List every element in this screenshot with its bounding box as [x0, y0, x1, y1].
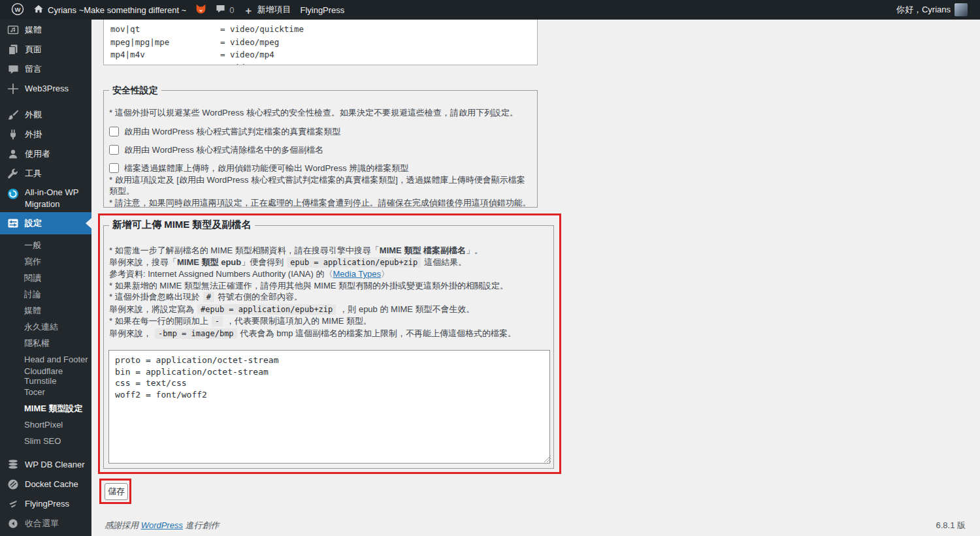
submenu-item-shortpixel[interactable]: ShortPixel: [0, 417, 91, 433]
mime-types-textarea[interactable]: proto = application/octet-stream bin = a…: [108, 350, 550, 464]
new-item-menu[interactable]: ＋ 新增項目: [238, 0, 295, 20]
sidebar-item-label: 留言: [25, 63, 42, 75]
sidebar-item-web3press[interactable]: Web3Press: [0, 79, 91, 99]
sidebar-item-tools[interactable]: 工具: [0, 164, 91, 183]
sidebar-item-flyingpress[interactable]: FlyingPress: [0, 494, 91, 514]
pages-icon: [7, 44, 19, 55]
sidebar-item-label: 媒體: [25, 24, 42, 36]
fox-plugin-menu[interactable]: [191, 0, 211, 20]
footer-version: 6.8.1 版: [936, 520, 966, 531]
sidebar-item-label: All-in-One WP Migration: [25, 187, 88, 210]
collapse-arrow-icon: [7, 518, 19, 529]
code-chip: -: [212, 316, 223, 326]
sidebar-item-label: WP DB Cleaner: [25, 459, 85, 471]
submenu-item-reading[interactable]: 閱讀: [0, 270, 91, 286]
checkbox-label: 檔案透過媒體庫上傳時，啟用偵錯功能便可輸出 WordPress 辨識的檔案類型: [124, 163, 408, 174]
sidebar-item-media[interactable]: 媒體: [0, 20, 91, 40]
existing-mime-list[interactable]: mov|qt= video/quicktime mpeg|mpg|mpe= vi…: [103, 20, 538, 65]
submenu-item-privacy[interactable]: 隱私權: [0, 335, 91, 351]
submenu-item-discussion[interactable]: 討論: [0, 286, 91, 302]
site-name-link[interactable]: Cyrians ~Make something different ~: [29, 0, 191, 20]
security-settings-fieldset: 安全性設定 * 這個外掛可以規避某些 WordPress 核心程式的安全性檢查。…: [103, 90, 538, 208]
admin-sidebar: 媒體 頁面 留言 Web3Press: [0, 20, 91, 536]
flyingpress-adminbar-label: FlyingPress: [300, 5, 344, 15]
sidebar-item-label: FlyingPress: [25, 498, 69, 510]
collapse-menu-button[interactable]: 收合選單: [0, 514, 91, 533]
comments-icon: [7, 63, 19, 75]
sidebar-item-label: Web3Press: [25, 83, 69, 95]
add-mime-help: * 如需進一步了解副檔名的 MIME 類型相關資料，請在搜尋引擎中搜尋「MIME…: [104, 226, 553, 339]
settings-sliders-icon: [7, 217, 19, 229]
media-types-link[interactable]: Media Types: [333, 269, 380, 279]
code-chip: #: [203, 292, 214, 302]
sidebar-item-settings[interactable]: 設定: [0, 212, 91, 234]
sidebar-item-wp-db-cleaner[interactable]: WP DB Cleaner: [0, 455, 91, 475]
plugin-icon: [7, 129, 19, 140]
sidebar-item-users[interactable]: 使用者: [0, 144, 91, 164]
submenu-item-tocer[interactable]: Tocer: [0, 384, 91, 400]
comment-bubble-icon: [216, 4, 225, 16]
database-icon: [7, 459, 19, 471]
sidebar-item-docket-cache[interactable]: Docket Cache: [0, 475, 91, 494]
user-avatar: [955, 3, 968, 16]
submenu-item-writing[interactable]: 寫作: [0, 253, 91, 270]
comments-menu[interactable]: 0: [211, 0, 238, 20]
sidebar-item-comments[interactable]: 留言: [0, 59, 91, 79]
help-line-3: 參考資料: Internet Assigned Numbers Authorit…: [109, 268, 547, 280]
sidebar-item-appearance[interactable]: 外觀: [0, 105, 91, 125]
mime-list-row: ogv= video/ogg: [110, 61, 537, 66]
security-intro-text: * 這個外掛可以規避某些 WordPress 核心程式的安全性檢查。如果決定不要…: [109, 107, 532, 118]
submenu-item-mime-types[interactable]: MIME 類型設定: [0, 400, 91, 417]
new-item-label: 新增項目: [257, 4, 291, 16]
help-line-4: * 如果新增的 MIME 類型無法正確運作，請停用其他與 MIME 類型有關的外…: [109, 280, 547, 292]
mime-list-row: mpeg|mpg|mpe= video/mpeg: [110, 36, 537, 49]
greeting-text: 你好，Cyrians: [896, 4, 951, 16]
my-account-menu[interactable]: 你好，Cyrians: [892, 0, 972, 20]
sidebar-item-plugins[interactable]: 外掛: [0, 125, 91, 144]
help-line-5: * 這個外掛會忽略出現於#符號右側的全部內容。: [109, 291, 547, 304]
flyingpress-icon: [7, 498, 19, 510]
submenu-item-slim-seo[interactable]: Slim SEO: [0, 433, 91, 449]
sidebar-item-label: Docket Cache: [25, 479, 78, 490]
flyingpress-adminbar-menu[interactable]: FlyingPress: [295, 0, 349, 20]
security-settings-legend: 安全性設定: [109, 84, 161, 96]
sanitize-filename-checkbox[interactable]: [109, 145, 119, 155]
sidebar-item-ai1wm[interactable]: All-in-One WP Migration: [0, 183, 91, 212]
sidebar-item-label: 外觀: [25, 109, 42, 121]
checkbox-label: 啟用由 WordPress 核心程式嘗試判定檔案的真實檔案類型: [124, 127, 340, 137]
submenu-item-permalinks[interactable]: 永久連結: [0, 319, 91, 335]
help-line-2: 舉例來說，搜尋「MIME 類型 epub」便會得到epub = applicat…: [109, 257, 547, 269]
wordpress-logo-menu[interactable]: W: [7, 0, 29, 20]
submenu-item-media[interactable]: 媒體: [0, 302, 91, 319]
plus-icon: ＋: [243, 5, 253, 15]
security-note-1: * 啟用這項設定及 [啟用由 WordPress 核心程式嘗試判定檔案的真實檔案…: [109, 174, 532, 197]
checkbox-row-real-filetype: 啟用由 WordPress 核心程式嘗試判定檔案的真實檔案類型: [109, 127, 532, 137]
wordpress-footer-link[interactable]: WordPress: [141, 520, 183, 530]
help-line-6: 舉例來說，將設定寫為#epub = application/epub+zip，則…: [109, 304, 547, 316]
sidebar-item-label: 使用者: [25, 148, 50, 160]
submenu-item-cloudflare-turnstile[interactable]: Cloudflare Turnstile: [0, 368, 91, 384]
cross-plus-icon: [7, 83, 19, 95]
user-icon: [7, 148, 19, 160]
checkbox-row-debug-upload: 檔案透過媒體庫上傳時，啟用偵錯功能便可輸出 WordPress 辨識的檔案類型: [109, 163, 532, 174]
sidebar-item-label: 工具: [25, 168, 42, 180]
svg-text:W: W: [15, 5, 21, 12]
real-filetype-checkbox[interactable]: [109, 127, 119, 136]
mime-list-row: mp4|m4v= video/mp4: [110, 48, 537, 61]
sidebar-item-pages[interactable]: 頁面: [0, 40, 91, 59]
site-name: Cyrians ~Make something different ~: [48, 5, 186, 15]
footer-thanks: 感謝採用 WordPress 進行創作: [105, 520, 220, 531]
home-icon: [33, 4, 44, 16]
sidebar-item-label: 收合選單: [25, 518, 59, 529]
wordpress-logo-icon: W: [11, 3, 24, 18]
admin-bar: W Cyrians ~Make something different ~ 0: [0, 0, 980, 20]
sidebar-item-label: 頁面: [25, 44, 42, 55]
submenu-item-general[interactable]: 一般: [0, 237, 91, 253]
debug-upload-checkbox[interactable]: [109, 163, 119, 173]
save-button[interactable]: 儲存: [105, 483, 128, 500]
submenu-item-head-and-footer[interactable]: Head and Footer: [0, 351, 91, 368]
wp-admin-page: W Cyrians ~Make something different ~ 0: [0, 0, 980, 536]
paintbrush-icon: [7, 109, 19, 121]
add-mime-legend: 新增可上傳 MIME 類型及副檔名: [109, 219, 255, 230]
help-line-1: * 如需進一步了解副檔名的 MIME 類型相關資料，請在搜尋引擎中搜尋「MIME…: [109, 245, 547, 257]
